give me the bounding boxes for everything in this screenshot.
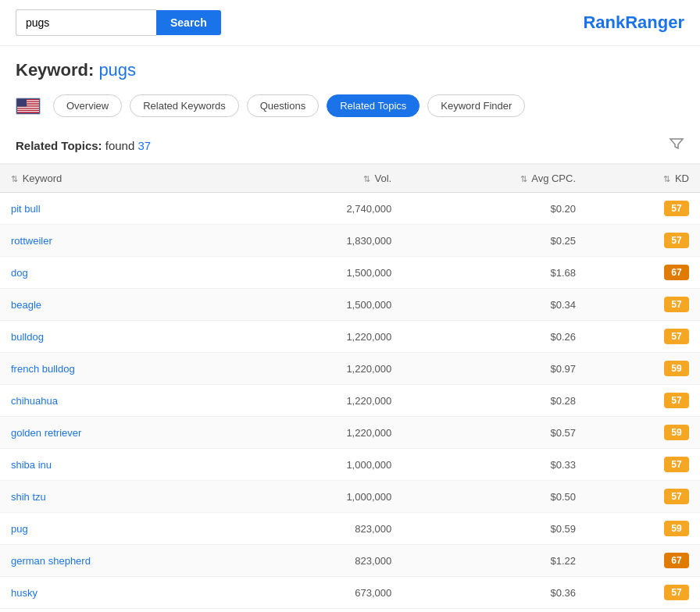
table-row: pug 823,000 $0.59 59: [0, 513, 700, 545]
page-title-label: Keyword:: [16, 60, 94, 80]
keyword-link[interactable]: husky: [11, 587, 38, 599]
vol-cell: 823,000: [242, 513, 402, 545]
table-row: golden retriever 1,220,000 $0.57 59: [0, 417, 700, 449]
kd-badge: 59: [664, 425, 689, 440]
cpc-cell: $0.50: [402, 481, 587, 513]
results-label: Related Topics: found 37: [16, 139, 151, 152]
keyword-cell[interactable]: husky: [0, 577, 242, 609]
table-row: beagle 1,500,000 $0.34 57: [0, 289, 700, 321]
keyword-link[interactable]: shiba inu: [11, 459, 52, 471]
keyword-cell[interactable]: beagle: [0, 289, 242, 321]
tab-overview[interactable]: Overview: [53, 94, 122, 117]
svg-rect-12: [17, 112, 39, 112]
kd-badge: 57: [664, 329, 689, 344]
cpc-cell: $0.59: [402, 513, 587, 545]
kd-badge: 59: [664, 361, 689, 376]
table-row: pit bull 2,740,000 $0.20 57: [0, 193, 700, 225]
col-cpc[interactable]: ⇅ Avg CPC.: [402, 165, 587, 193]
search-input[interactable]: [16, 9, 156, 36]
keyword-cell[interactable]: pug: [0, 513, 242, 545]
kd-cell: 57: [587, 481, 700, 513]
svg-rect-9: [17, 109, 39, 109]
col-cpc-label: Avg CPC.: [531, 173, 576, 184]
table-row: shih tzu 1,000,000 $0.50 57: [0, 481, 700, 513]
keyword-cell[interactable]: shiba inu: [0, 449, 242, 481]
col-keyword[interactable]: ⇅ Keyword: [0, 165, 242, 193]
col-kd-label: KD: [675, 173, 689, 184]
kd-badge: 57: [664, 297, 689, 312]
kd-cell: 57: [587, 193, 700, 225]
vol-cell: 1,000,000: [242, 481, 402, 513]
keyword-cell[interactable]: french bulldog: [0, 353, 242, 385]
keyword-link[interactable]: beagle: [11, 299, 41, 311]
kd-cell: 59: [587, 417, 700, 449]
vol-cell: 1,500,000: [242, 289, 402, 321]
sort-arrows-keyword: ⇅: [11, 174, 18, 184]
keyword-link[interactable]: pit bull: [11, 203, 41, 215]
svg-rect-7: [17, 106, 39, 107]
search-form: Search: [16, 9, 221, 36]
kd-badge: 57: [664, 489, 689, 504]
cpc-cell: $0.20: [402, 193, 587, 225]
kd-cell: 67: [587, 257, 700, 289]
table-row: chihuahua 1,220,000 $0.28 57: [0, 385, 700, 417]
keyword-link[interactable]: rottweiler: [11, 235, 52, 247]
tab-keyword-finder[interactable]: Keyword Finder: [427, 94, 525, 117]
keyword-link[interactable]: bulldog: [11, 331, 44, 343]
kd-cell: 57: [587, 225, 700, 257]
cpc-cell: $0.97: [402, 353, 587, 385]
vol-cell: 1,220,000: [242, 385, 402, 417]
brand-logo: RankRanger: [583, 12, 684, 33]
kd-cell: 59: [587, 513, 700, 545]
kd-badge: 57: [664, 585, 689, 600]
keyword-cell[interactable]: pit bull: [0, 193, 242, 225]
cpc-cell: $0.25: [402, 225, 587, 257]
cpc-cell: $1.22: [402, 545, 587, 577]
tab-related-keywords[interactable]: Related Keywords: [130, 94, 239, 117]
keyword-cell[interactable]: bulldog: [0, 321, 242, 353]
keyword-link[interactable]: pug: [11, 523, 28, 535]
kd-cell: 67: [587, 545, 700, 577]
search-button[interactable]: Search: [156, 10, 221, 35]
vol-cell: 1,220,000: [242, 321, 402, 353]
table-row: german shepherd 823,000 $1.22 67: [0, 545, 700, 577]
cpc-cell: $1.68: [402, 257, 587, 289]
page-title-keyword: pugs: [98, 60, 136, 80]
brand-rank: Rank: [583, 12, 625, 32]
kd-badge: 57: [664, 393, 689, 408]
keyword-cell[interactable]: chihuahua: [0, 385, 242, 417]
keyword-link[interactable]: french bulldog: [11, 363, 75, 375]
keyword-cell[interactable]: rottweiler: [0, 225, 242, 257]
sort-arrows-vol: ⇅: [363, 174, 370, 184]
keyword-link[interactable]: german shepherd: [11, 555, 91, 567]
table-container: ⇅ Keyword ⇅ Vol. ⇅ Avg CPC. ⇅ KD: [0, 165, 700, 609]
brand-ranger: Ranger: [625, 12, 684, 32]
kd-cell: 57: [587, 289, 700, 321]
vol-cell: 1,000,000: [242, 449, 402, 481]
filter-icon[interactable]: [669, 136, 684, 155]
keyword-link[interactable]: golden retriever: [11, 427, 81, 439]
cpc-cell: $0.36: [402, 577, 587, 609]
table-row: rottweiler 1,830,000 $0.25 57: [0, 225, 700, 257]
vol-cell: 2,740,000: [242, 193, 402, 225]
vol-cell: 1,500,000: [242, 257, 402, 289]
col-vol-label: Vol.: [375, 173, 392, 184]
keyword-link[interactable]: dog: [11, 267, 28, 279]
keyword-cell[interactable]: german shepherd: [0, 545, 242, 577]
keyword-cell[interactable]: shih tzu: [0, 481, 242, 513]
tab-questions[interactable]: Questions: [247, 94, 320, 117]
tab-related-topics[interactable]: Related Topics: [327, 94, 420, 117]
kd-cell: 57: [587, 577, 700, 609]
page-header: Keyword: pugs: [0, 46, 700, 87]
keyword-link[interactable]: chihuahua: [11, 395, 58, 407]
kd-badge: 59: [664, 521, 689, 536]
cpc-cell: $0.34: [402, 289, 587, 321]
col-vol[interactable]: ⇅ Vol.: [242, 165, 402, 193]
table-row: french bulldog 1,220,000 $0.97 59: [0, 353, 700, 385]
col-keyword-label: Keyword: [23, 173, 62, 184]
keyword-link[interactable]: shih tzu: [11, 491, 46, 503]
tabs-row: Overview Related Keywords Questions Rela…: [0, 87, 700, 128]
keyword-cell[interactable]: golden retriever: [0, 417, 242, 449]
col-kd[interactable]: ⇅ KD: [587, 165, 700, 193]
keyword-cell[interactable]: dog: [0, 257, 242, 289]
